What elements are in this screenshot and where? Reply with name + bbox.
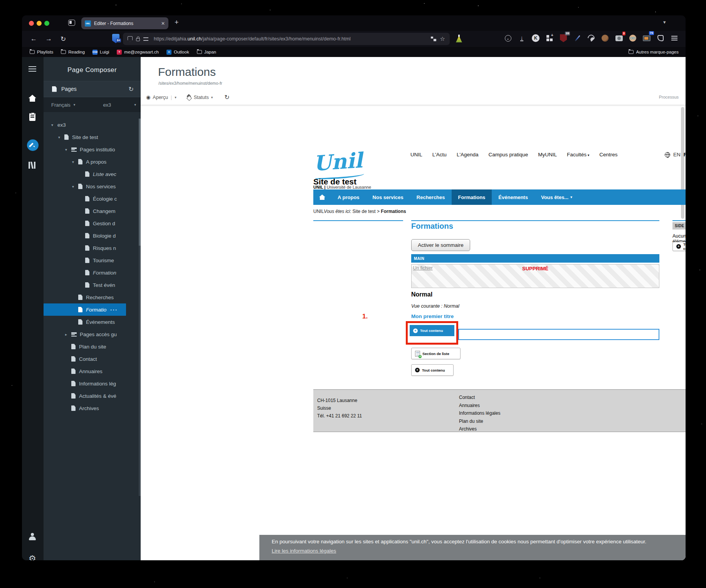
deleted-file-block[interactable]: Un fichier SUPPRIMÉ (411, 264, 659, 288)
tree-item-tourisme[interactable]: Tourisme (44, 254, 141, 266)
tree-item-biologie[interactable]: Biologie d (44, 230, 141, 242)
edit-mode-icon[interactable] (27, 139, 35, 148)
more-options-icon[interactable]: ··· (110, 307, 118, 313)
bookmark-reading[interactable]: Reading (61, 50, 85, 54)
tree-item-formations-selected[interactable]: Formatio··· (44, 303, 126, 316)
avatar-extension-icon[interactable] (629, 35, 636, 42)
tree-item-ex3[interactable]: ▾ex3 (44, 119, 141, 131)
url-bar[interactable]: https://editjahia.unil.ch/jahia/page-com… (123, 33, 450, 45)
refresh-tree-icon[interactable]: ↻ (129, 85, 134, 93)
preview-mode-button[interactable]: Aperçu (153, 95, 168, 100)
settings-gear-icon[interactable]: ⚙ (29, 554, 37, 560)
topnav-facultes[interactable]: Facultés ▾ (567, 152, 589, 157)
cookie-extension-icon[interactable] (602, 35, 609, 42)
tree-item-test-evenement[interactable]: Test évén (44, 279, 141, 291)
forward-button[interactable]: → (45, 35, 52, 43)
tree-item-a-propos[interactable]: ▾A propos (44, 156, 141, 168)
nav-vous-etes[interactable]: Vous êtes...▾ (535, 189, 579, 205)
tasks-clipboard-icon[interactable] (29, 113, 38, 122)
tree-item-archives[interactable]: Archives (44, 402, 141, 414)
flask-extension-icon[interactable] (456, 35, 462, 42)
tree-item-annuaires[interactable]: Annuaires (44, 365, 141, 377)
footer-link-plan-du-site[interactable]: Plan du site (459, 417, 500, 426)
reload-button[interactable]: ↻ (61, 35, 66, 43)
nav-home-icon[interactable] (313, 189, 331, 205)
nav-evenements[interactable]: Événements (492, 189, 535, 205)
crescent-extension-icon[interactable] (586, 33, 596, 43)
tree-item-ecologie[interactable]: Écologie c (44, 193, 141, 205)
tree-item-actualites-evenements[interactable]: Actualités & évé (44, 390, 141, 402)
bookmark-playlists[interactable]: Playlists (30, 50, 53, 54)
sidebar-extension-icon[interactable] (657, 35, 664, 41)
lang-en[interactable]: EN (673, 152, 681, 157)
color-picker-icon[interactable] (575, 35, 580, 41)
section-de-liste-button[interactable]: Section de liste (411, 348, 461, 359)
tree-item-pages-institutionnelles[interactable]: ▾Pages institutio (44, 143, 141, 156)
reader-grid-icon[interactable] (431, 37, 436, 41)
monitor-extension-icon[interactable] (643, 35, 651, 41)
keepa-extension-icon[interactable]: K (532, 34, 540, 42)
nav-nos-services[interactable]: Nos services (366, 189, 410, 205)
language-selector[interactable]: Français (51, 102, 71, 108)
lock-icon[interactable] (136, 38, 140, 41)
footer-link-annuaires[interactable]: Annuaires (459, 402, 500, 410)
nav-a-propos[interactable]: A propos (331, 189, 366, 205)
tree-item-site-de-test[interactable]: ▾Site de test (44, 131, 141, 143)
user-profile-icon[interactable] (29, 533, 37, 541)
tree-item-risques[interactable]: Risques n (44, 242, 141, 254)
new-tab-button[interactable]: + (175, 18, 179, 27)
tree-item-liste-avec[interactable]: Liste avec (44, 168, 141, 180)
tree-item-informations-legales[interactable]: Informations lég (44, 377, 141, 390)
pocket-icon[interactable]: ⌄ (505, 35, 511, 42)
tree-item-contact[interactable]: Contact (44, 353, 141, 365)
tree-item-changement[interactable]: Changem (44, 205, 141, 217)
firefox-view-icon[interactable] (68, 20, 75, 26)
tree-item-plan-du-site[interactable]: Plan du site (44, 340, 141, 353)
topnav-myunil[interactable]: MyUNIL (538, 152, 557, 157)
topnav-unil[interactable]: UNIL (410, 152, 422, 157)
content-drop-zone[interactable] (458, 329, 659, 340)
nav-recherches[interactable]: Recherches (410, 189, 452, 205)
close-window-button[interactable] (29, 21, 34, 26)
swissuniversities-logo[interactable]: swissuniversities (659, 435, 686, 440)
add-content-button[interactable]: + Tout contenu (411, 364, 454, 376)
topnav-centres[interactable]: Centres (599, 152, 617, 157)
bookmark-star-icon[interactable]: ☆ (440, 35, 445, 42)
toc-toggle-button[interactable]: Activer le sommaire (411, 239, 470, 251)
tree-item-nos-services[interactable]: ▾Nos services (44, 180, 141, 193)
refresh-preview-icon[interactable]: ↻ (224, 94, 229, 101)
footer-link-informations-legales[interactable]: Informations légales (459, 409, 500, 417)
preview-chevron-icon[interactable]: ▾ (175, 95, 176, 99)
topnav-actu[interactable]: L'Actu (432, 152, 447, 157)
browser-menu-icon[interactable] (671, 36, 677, 40)
list-tabs-icon[interactable]: ▾ (663, 19, 666, 25)
bookmark-japan[interactable]: Japan (197, 50, 216, 54)
extensions-puzzle-icon[interactable] (546, 35, 553, 41)
bookmark-outlook[interactable]: OOutlook (166, 50, 189, 55)
cookie-legal-link[interactable]: Lire les informations légales (272, 548, 336, 554)
back-button[interactable]: ← (30, 35, 37, 43)
tree-item-gestion[interactable]: Gestion d (44, 217, 141, 230)
add-content-button-highlighted[interactable]: + Tout contenu (410, 325, 454, 336)
site-selector[interactable]: ex3 (103, 102, 111, 108)
footer-link-archives[interactable]: Archives (459, 425, 500, 433)
tab-editer-formations[interactable]: UNIL Editer - Formations ✕ (81, 17, 168, 29)
tracking-protection-icon[interactable] (128, 36, 133, 42)
downloads-icon[interactable]: ↓ (520, 35, 523, 41)
tree-item-formation[interactable]: Formation (44, 266, 141, 279)
nav-formations-active[interactable]: Formations (452, 189, 492, 205)
unil-logo[interactable]: Unil (313, 148, 363, 176)
menu-hamburger-icon[interactable] (29, 66, 37, 75)
lang-fr[interactable]: FR (684, 152, 686, 157)
status-menu-button[interactable]: Statuts (194, 95, 209, 100)
bookmark-zegwaart[interactable]: ▼me@zegwaart.ch (117, 50, 159, 55)
tree-item-recherches[interactable]: Recherches (44, 291, 141, 303)
topnav-campus[interactable]: Campus pratique (489, 152, 528, 157)
topnav-agenda[interactable]: L'Agenda (457, 152, 479, 157)
library-icon[interactable] (29, 162, 37, 170)
tab-close-icon[interactable]: ✕ (161, 21, 165, 26)
tree-item-evenements[interactable]: Événements (44, 316, 141, 328)
bookmark-luigi[interactable]: DSMLuigi (92, 50, 109, 55)
side-add-content-button[interactable]: + Tout contenu (672, 242, 686, 251)
footer-link-contact[interactable]: Contact (459, 394, 500, 402)
